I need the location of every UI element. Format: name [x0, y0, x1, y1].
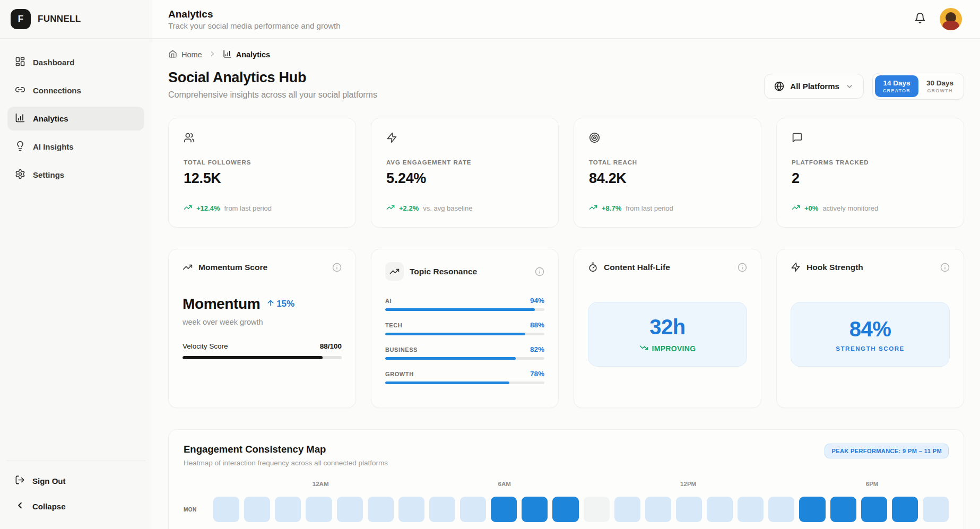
- brand-header: F FUNNELL: [0, 0, 152, 39]
- bell-icon: [914, 16, 926, 25]
- sidebar-item-analytics[interactable]: Analytics: [7, 107, 144, 131]
- header-actions: [914, 8, 962, 30]
- heatmap-row: MON: [184, 497, 949, 522]
- heatmap-time-labels: 12AM6AM12PM6PM: [213, 481, 949, 489]
- heatmap-cell[interactable]: [676, 497, 702, 522]
- page-title: Social Analytics Hub: [168, 70, 377, 86]
- heatmap-cell[interactable]: [275, 497, 301, 522]
- heatmap-cell[interactable]: [552, 497, 578, 522]
- stat-trend: +12.4% from last period: [184, 203, 341, 213]
- range-days: 14 Days: [883, 79, 910, 87]
- heatmap-cell[interactable]: [923, 497, 949, 522]
- stat-delta: +8.7%: [602, 204, 621, 212]
- topic-pct: 94%: [530, 297, 544, 305]
- brand-logo-letter: F: [18, 14, 23, 24]
- notifications-button[interactable]: [914, 12, 926, 26]
- stat-trend: +0% actively monitored: [792, 203, 949, 213]
- chevron-left-icon: [15, 500, 25, 512]
- heatmap-cell[interactable]: [337, 497, 363, 522]
- collapse-button[interactable]: Collapse: [7, 495, 144, 517]
- page-head: Social Analytics Hub Comprehensive insig…: [168, 70, 964, 100]
- metric-title: Momentum Score: [198, 263, 267, 272]
- heatmap-cell[interactable]: [738, 497, 764, 522]
- sidebar-item-connections[interactable]: Connections: [7, 79, 144, 102]
- range-option-30-days[interactable]: 30 Days GROWTH: [918, 75, 961, 97]
- momentum-word: Momentum: [183, 296, 260, 313]
- heatmap-time-label: 6AM: [498, 481, 510, 487]
- breadcrumb: Home Analytics: [168, 49, 964, 60]
- range-option-14-days[interactable]: 14 Days CREATOR: [875, 75, 918, 97]
- chevron-down-icon: [845, 82, 854, 91]
- sidebar: F FUNNELL Dashboard Connections Analytic…: [0, 0, 152, 529]
- heatmap-cell[interactable]: [614, 497, 640, 522]
- heatmap-cell[interactable]: [491, 497, 517, 522]
- chevron-right-icon: [209, 50, 216, 59]
- sidebar-item-ai-insights[interactable]: AI Insights: [7, 135, 144, 159]
- heatmap-cell[interactable]: [584, 497, 610, 522]
- info-icon[interactable]: [738, 263, 747, 272]
- topic-bar-fill: [385, 333, 525, 335]
- info-icon[interactable]: [535, 267, 544, 276]
- heatmap-cell[interactable]: [460, 497, 486, 522]
- momentum-body: Momentum 15% week over week growth Veloc…: [183, 296, 342, 359]
- heatmap-cell[interactable]: [522, 497, 548, 522]
- sidebar-item-dashboard[interactable]: Dashboard: [7, 50, 144, 74]
- page-controls: All Platforms 14 Days CREATOR 30 Days GR…: [764, 73, 964, 100]
- gear-icon: [15, 169, 25, 181]
- heatmap-cell[interactable]: [645, 497, 671, 522]
- heatmap-cell[interactable]: [892, 497, 918, 522]
- info-icon[interactable]: [332, 263, 342, 272]
- topic-bar-track: [385, 381, 544, 384]
- platform-selector[interactable]: All Platforms: [764, 74, 864, 99]
- momentum-delta: 15%: [266, 299, 294, 310]
- sidebar-item-label: Analytics: [33, 114, 68, 123]
- heatmap-cell[interactable]: [213, 497, 239, 522]
- heatmap-cell[interactable]: [398, 497, 424, 522]
- heatmap-cell[interactable]: [799, 497, 825, 522]
- globe-icon: [774, 81, 784, 91]
- dashboard-icon: [15, 56, 25, 68]
- stat-note: from last period: [224, 204, 272, 212]
- topic-row-ai: AI94%: [385, 297, 544, 311]
- engagement-consistency-card: Engagement Consistency Map Heatmap of in…: [168, 429, 964, 529]
- topic-bar-fill: [385, 381, 509, 384]
- stat-trend: +2.2% vs. avg baseline: [386, 203, 543, 213]
- range-sub: CREATOR: [883, 88, 910, 93]
- avatar[interactable]: [940, 8, 962, 30]
- heatmap-cell[interactable]: [830, 497, 856, 522]
- stat-trend: +8.7% from last period: [589, 203, 746, 213]
- zap-icon: [386, 132, 543, 145]
- heatmap-cell[interactable]: [368, 497, 394, 522]
- breadcrumb-current: Analytics: [223, 49, 270, 60]
- zap-icon: [791, 262, 801, 272]
- momentum-score-card: Momentum Score Momentum 15% week over we…: [168, 249, 356, 408]
- top-header: Analytics Track your social media perfor…: [152, 0, 980, 39]
- sign-out-button[interactable]: Sign Out: [7, 470, 144, 492]
- topic-bar-track: [385, 333, 544, 335]
- heatmap-cell[interactable]: [244, 497, 270, 522]
- sidebar-spacer: [0, 187, 152, 461]
- stat-note: vs. avg baseline: [423, 204, 472, 212]
- velocity-progress-track: [183, 356, 342, 359]
- breadcrumb-home[interactable]: Home: [168, 49, 202, 60]
- topic-bar-track: [385, 357, 544, 360]
- bar-chart-icon: [223, 49, 232, 60]
- heatmap-cell[interactable]: [707, 497, 733, 522]
- heatmap-rows: MON: [184, 497, 949, 522]
- sidebar-footer: Sign Out Collapse: [6, 461, 145, 529]
- heatmap-cell[interactable]: [861, 497, 887, 522]
- info-icon[interactable]: [940, 263, 950, 272]
- header-title: Analytics: [168, 8, 341, 20]
- stat-card-total-reach: TOTAL REACH 84.2K +8.7% from last period: [574, 118, 761, 228]
- heatmap-cell[interactable]: [306, 497, 332, 522]
- heatmap-cell[interactable]: [429, 497, 455, 522]
- topic-pct: 88%: [530, 321, 544, 329]
- topic-label: AI: [385, 298, 392, 304]
- logout-icon: [15, 475, 25, 487]
- page-subtitle: Comprehensive insights across all your s…: [168, 90, 377, 100]
- stats-row: TOTAL FOLLOWERS 12.5K +12.4% from last p…: [168, 118, 964, 228]
- sidebar-item-settings[interactable]: Settings: [7, 163, 144, 187]
- heatmap-cell[interactable]: [768, 497, 794, 522]
- message-square-icon: [792, 132, 949, 145]
- stat-value: 2: [792, 170, 949, 187]
